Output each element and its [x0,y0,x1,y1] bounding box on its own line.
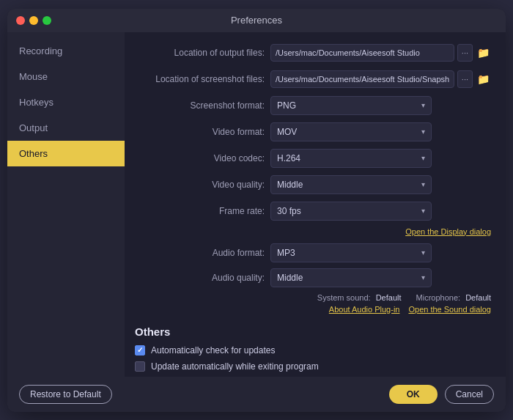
output-files-dots-button[interactable]: ··· [457,44,473,62]
system-sound-row: System sound: Default Microphone: Defaul… [135,293,491,302]
audio-format-value: MP3 [277,248,295,258]
video-format-label: Video format: [135,127,270,137]
video-quality-value: Middle [277,180,303,190]
frame-rate-row: Frame rate: 30 fps ▾ [135,201,491,221]
screenshot-files-row: Location of screenshot files: ··· 📁 [135,69,491,89]
checkmark-icon: ✓ [137,346,143,354]
output-files-row: Location of output files: ··· 📁 [135,43,491,63]
screenshot-format-row: Screenshot format: PNG ▾ [135,95,491,116]
sidebar-item-others[interactable]: Others [7,141,125,166]
video-quality-label: Video quality: [135,180,270,190]
display-dialog-link-row: Open the Display dialog [135,227,491,236]
auto-check-updates-row: ✓ Automatically check for updates [135,345,491,355]
traffic-lights [16,16,51,25]
video-quality-chevron: ▾ [421,180,425,188]
cancel-button[interactable]: Cancel [445,385,494,404]
ok-cancel-group: OK Cancel [389,385,494,404]
sidebar-item-output[interactable]: Output [7,115,125,141]
video-format-dropdown[interactable]: MOV ▾ [270,122,432,141]
sidebar-item-mouse[interactable]: Mouse [7,64,125,89]
screenshot-format-chevron: ▾ [421,101,425,109]
open-display-dialog-link[interactable]: Open the Display dialog [405,227,491,236]
screenshot-files-dots-button[interactable]: ··· [457,70,473,88]
video-codec-dropdown[interactable]: H.264 ▾ [270,149,432,168]
video-format-chevron: ▾ [421,128,425,136]
frame-rate-label: Frame rate: [135,206,270,216]
screenshot-files-group: ··· 📁 [270,70,491,88]
audio-quality-dropdown[interactable]: Middle ▾ [270,268,432,287]
frame-rate-chevron: ▾ [421,207,425,215]
auto-update-exiting-row: Update automatically while exiting progr… [135,361,491,372]
audio-section: Audio format: MP3 ▾ Audio quality: Middl… [135,243,491,320]
restore-default-button[interactable]: Restore to Default [19,385,112,404]
screenshot-format-value: PNG [277,100,296,111]
open-sound-dialog-link[interactable]: Open the Sound dialog [408,305,491,314]
output-files-input[interactable] [270,44,454,62]
others-section: Others ✓ Automatically check for updates… [135,325,491,377]
maximize-button[interactable] [43,16,51,25]
sidebar-item-hotkeys[interactable]: Hotkeys [7,89,125,115]
audio-format-row: Audio format: MP3 ▾ [135,243,491,262]
video-codec-label: Video codec: [135,153,270,163]
title-bar: Preferences [7,9,506,32]
audio-format-dropdown[interactable]: MP3 ▾ [270,243,432,262]
bottom-bar: Restore to Default OK Cancel [7,377,506,412]
output-files-folder-button[interactable]: 📁 [476,47,491,59]
audio-quality-row: Audio quality: Middle ▾ [135,268,491,287]
about-audio-plugin-link[interactable]: About Audio Plug-in [329,305,400,314]
video-codec-row: Video codec: H.264 ▾ [135,148,491,169]
ok-button[interactable]: OK [389,385,438,404]
auto-check-updates-label: Automatically check for updates [151,345,275,355]
video-codec-chevron: ▾ [421,154,425,162]
audio-links-row: About Audio Plug-in Open the Sound dialo… [135,305,491,314]
screenshot-files-label: Location of screenshot files: [135,74,270,84]
close-button[interactable] [16,16,25,25]
screenshot-format-dropdown[interactable]: PNG ▾ [270,96,432,115]
audio-format-label: Audio format: [135,248,270,258]
sidebar-item-recording[interactable]: Recording [7,38,125,64]
others-title: Others [135,325,491,338]
system-sound-text: System sound: Default [317,293,402,302]
screenshot-files-input[interactable] [270,70,454,88]
screenshot-format-label: Screenshot format: [135,100,270,111]
preferences-window: Preferences Recording Mouse Hotkeys Outp… [7,9,506,412]
frame-rate-value: 30 fps [277,206,301,216]
content-area: Location of output files: ··· 📁 Location… [125,32,506,377]
output-files-label: Location of output files: [135,48,270,58]
screenshot-files-folder-button[interactable]: 📁 [476,73,491,85]
auto-update-exiting-label: Update automatically while exiting progr… [151,361,319,372]
audio-quality-label: Audio quality: [135,273,270,283]
frame-rate-dropdown[interactable]: 30 fps ▾ [270,202,432,221]
main-content: Recording Mouse Hotkeys Output Others Lo… [7,32,506,377]
minimize-button[interactable] [29,16,38,25]
audio-quality-value: Middle [277,273,303,283]
output-files-group: ··· 📁 [270,44,491,62]
video-format-value: MOV [277,127,297,137]
audio-format-chevron: ▾ [421,248,425,257]
microphone-text: Microphone: Default [416,293,491,302]
video-codec-value: H.264 [277,153,300,163]
auto-check-updates-checkbox[interactable]: ✓ [135,345,145,355]
video-quality-dropdown[interactable]: Middle ▾ [270,175,432,194]
video-quality-row: Video quality: Middle ▾ [135,174,491,195]
sidebar: Recording Mouse Hotkeys Output Others [7,32,125,377]
audio-quality-chevron: ▾ [421,273,425,281]
window-title: Preferences [231,15,282,26]
video-format-row: Video format: MOV ▾ [135,122,491,142]
auto-update-exiting-checkbox[interactable] [135,361,145,372]
